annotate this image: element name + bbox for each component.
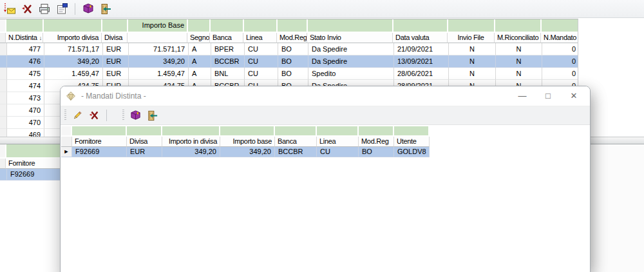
cell[interactable]: N [496, 43, 542, 55]
help-book-icon[interactable] [81, 2, 95, 16]
column-header-band[interactable] [278, 19, 308, 33]
properties-icon[interactable] [55, 2, 69, 16]
column-header[interactable]: M.Riconciliato [495, 33, 541, 43]
cell[interactable]: EUR [103, 43, 129, 55]
cell[interactable]: N [496, 55, 542, 68]
help-book-icon[interactable] [128, 108, 142, 122]
cell[interactable]: 476 [7, 55, 44, 68]
cell[interactable]: 349,20 [162, 147, 220, 157]
send-mail-icon[interactable] [3, 2, 17, 16]
column-header-band[interactable] [359, 126, 394, 137]
maximize-button[interactable]: □ [537, 89, 559, 103]
cell[interactable]: 0 [542, 68, 578, 80]
cell[interactable]: 470 [7, 117, 44, 129]
cell[interactable]: EUR [127, 147, 162, 157]
column-header-band[interactable] [393, 19, 448, 33]
cell[interactable]: N [449, 43, 496, 55]
column-header-band[interactable] [6, 144, 61, 159]
current-row-arrow[interactable]: ► [61, 147, 72, 157]
close-button[interactable]: ✕ [563, 89, 585, 103]
row-selector[interactable] [0, 117, 7, 129]
row-selector[interactable] [0, 55, 7, 68]
cell[interactable]: 473 [7, 92, 44, 104]
column-header-band[interactable] [308, 19, 393, 33]
table-row[interactable]: F92669 [0, 169, 60, 180]
cell[interactable]: 71.571,17 [44, 43, 103, 55]
column-header[interactable]: Data valuta [393, 33, 448, 43]
column-header-band[interactable] [220, 126, 275, 137]
cell[interactable]: BO [359, 147, 394, 157]
column-header[interactable]: Importo divisa [43, 33, 102, 43]
cell[interactable]: 13/09/2021 [394, 55, 449, 68]
column-header-band[interactable] [72, 126, 127, 137]
column-header[interactable]: N.Distinta↓ [6, 33, 43, 43]
cell[interactable]: BPER [211, 43, 245, 55]
cell[interactable]: N [496, 68, 542, 80]
cell[interactable]: 477 [7, 43, 44, 55]
cell[interactable]: 71.571,17 [129, 43, 189, 55]
column-header-band[interactable] [317, 126, 359, 137]
cancel-icon[interactable] [87, 108, 101, 122]
row-selector[interactable] [0, 80, 7, 92]
cell[interactable]: 349,20 [44, 55, 103, 68]
cell[interactable]: F92669 [7, 169, 61, 180]
cell[interactable]: 349,20 [220, 147, 275, 157]
exit-door-icon[interactable] [145, 108, 159, 122]
column-header-band[interactable] [211, 19, 244, 33]
cell[interactable]: CU [245, 43, 278, 55]
row-selector[interactable] [0, 43, 7, 55]
minimize-button[interactable]: — [511, 89, 533, 103]
column-header[interactable]: Utente [394, 137, 430, 147]
column-header[interactable]: Mod.Reg [277, 33, 307, 43]
column-header[interactable]: Mod.Reg [359, 137, 394, 147]
cell[interactable]: GOLDV8 [394, 147, 430, 157]
cell[interactable]: 349,20 [129, 55, 189, 68]
cell[interactable]: F92669 [72, 147, 127, 157]
cell[interactable]: BO [278, 68, 308, 80]
column-header[interactable]: Banca [275, 137, 317, 147]
cell[interactable]: BCCBR [211, 55, 245, 68]
cell[interactable]: BCCBR [275, 147, 317, 157]
cell[interactable]: BO [278, 55, 308, 68]
column-header-band[interactable] [394, 126, 430, 137]
column-header-band[interactable] [44, 19, 102, 33]
cell[interactable]: 474 [7, 80, 44, 92]
cell[interactable]: N [449, 68, 496, 80]
cell[interactable]: EUR [103, 55, 129, 68]
row-selector[interactable] [0, 92, 7, 104]
cell[interactable]: 1.459,47 [44, 68, 103, 80]
print-icon[interactable] [37, 2, 52, 16]
cell[interactable]: 475 [7, 68, 44, 80]
column-header-band[interactable] [495, 19, 542, 33]
cell[interactable]: BNL [211, 68, 245, 80]
cell[interactable]: BO [278, 43, 308, 55]
column-header-band[interactable] [102, 19, 128, 33]
column-header-band[interactable] [244, 19, 278, 33]
row-selector[interactable] [0, 68, 7, 80]
cell[interactable]: A [189, 68, 211, 80]
column-header[interactable]: N.Mandato [541, 33, 578, 43]
table-row[interactable]: 4751.459,47EUR1.459,47ABNLCUBOSpedito28/… [0, 68, 578, 80]
column-header[interactable]: Importo in divisa [162, 137, 220, 147]
cell[interactable]: CU [245, 68, 278, 80]
table-row[interactable]: ►F92669EUR349,20349,20BCCBRCUBOGOLDV8 [61, 147, 590, 157]
cell[interactable]: N [449, 55, 496, 68]
cell[interactable]: A [189, 43, 211, 55]
row-selector[interactable] [0, 104, 7, 117]
column-header[interactable]: Divisa [102, 33, 128, 43]
group-column-header[interactable]: Importo Base [128, 19, 188, 33]
column-header-band[interactable] [162, 126, 220, 137]
cell[interactable]: EUR [103, 68, 129, 80]
dialog-titlebar[interactable]: - Mandati Distinta - — □ ✕ [61, 86, 590, 106]
column-header[interactable]: Invio File [448, 33, 495, 43]
cell[interactable]: A [189, 55, 211, 68]
exit-door-icon[interactable] [99, 2, 113, 16]
edit-pencil-icon[interactable] [70, 108, 84, 122]
column-header-band[interactable] [127, 126, 162, 137]
column-header[interactable]: Fornitore [6, 159, 61, 169]
column-header-band[interactable] [275, 126, 317, 137]
cell[interactable]: 21/09/2021 [394, 43, 449, 55]
table-row[interactable]: 476349,20EUR349,20ABCCBRCUBODa Spedire13… [0, 55, 578, 68]
cell[interactable]: Da Spedire [308, 55, 394, 68]
column-header[interactable]: Divisa [127, 137, 162, 147]
